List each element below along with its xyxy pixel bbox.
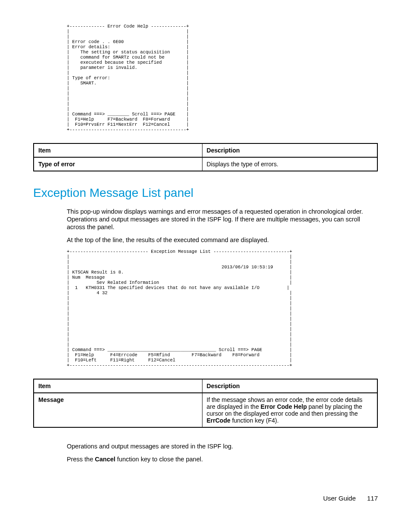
error-code-help-terminal: +------------- Error Code Help ---------…: [67, 24, 378, 132]
footer-label: User Guide: [323, 495, 356, 502]
text-span: function key (F4).: [230, 417, 279, 424]
page-number: 117: [367, 495, 378, 502]
text-span: function key to close the panel.: [115, 456, 203, 463]
table-header-item: Item: [34, 379, 202, 393]
table-cell-item: Message: [34, 393, 202, 427]
section-heading: Exception Message List panel: [33, 186, 378, 200]
bold-text: ErrCode: [207, 417, 230, 424]
table-header-description: Description: [202, 379, 377, 393]
bold-text: Error Code Help: [261, 403, 307, 410]
table-cell-item: Type of error: [34, 157, 202, 171]
table-cell-description: Displays the type of errors.: [202, 157, 377, 171]
body-paragraph: This pop-up window displays warnings and…: [67, 208, 378, 231]
body-paragraph: At the top of the line, the results of t…: [67, 236, 378, 244]
table-header-description: Description: [202, 143, 377, 157]
bold-text: Cancel: [95, 456, 115, 463]
body-paragraph: Operations and output messages are store…: [67, 442, 378, 450]
text-span: Press the: [67, 456, 95, 463]
body-paragraph: Press the Cancel function key to close t…: [67, 455, 378, 463]
type-of-error-table: Item Description Type of error Displays …: [33, 143, 378, 171]
page-footer: User Guide 117: [323, 495, 378, 502]
exception-message-list-terminal: +----------------------------- Exception…: [67, 249, 378, 368]
table-header-item: Item: [34, 143, 202, 157]
message-table: Item Description Message If the message …: [33, 379, 378, 428]
table-cell-description: If the message shows an error code, the …: [202, 393, 377, 427]
